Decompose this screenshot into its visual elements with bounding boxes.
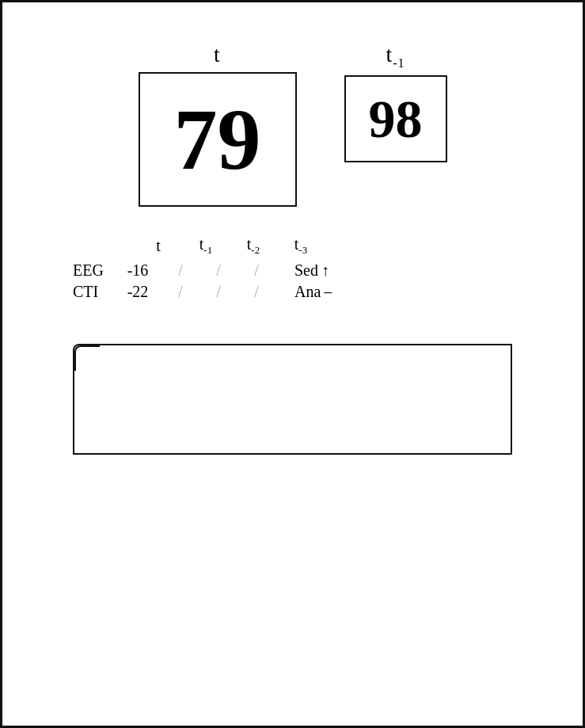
cti-t-value: -22 <box>114 283 161 301</box>
t-label: t <box>214 42 221 67</box>
bottom-box <box>73 344 512 455</box>
cti-status: Ana – <box>294 283 332 301</box>
cti-slash-1: / <box>161 283 199 301</box>
column-headers: t t-1 t-2 t-3 <box>135 235 325 257</box>
eeg-status-arrow: ↑ <box>321 261 329 280</box>
col-header-t: t <box>135 237 182 255</box>
main-frame: t 79 t-1 98 t t-1 t-2 t-3 EEG -16 / / / <box>0 0 585 728</box>
prev-value-block: t-1 98 <box>344 42 447 162</box>
eeg-label: EEG <box>73 261 114 280</box>
col-header-t2: t-2 <box>230 235 277 257</box>
eeg-status-label: Sed <box>294 261 318 280</box>
eeg-slash-2: / <box>199 261 237 280</box>
eeg-slash-3: / <box>237 261 275 280</box>
current-value-box: 79 <box>139 72 297 207</box>
cti-slash-2: / <box>199 283 237 301</box>
col-header-t1: t-1 <box>182 235 230 257</box>
t-minus1-label: t-1 <box>386 42 405 71</box>
prev-value: 98 <box>369 92 423 146</box>
eeg-row: EEG -16 / / / Sed ↑ <box>73 261 329 280</box>
prev-value-box: 98 <box>344 75 447 162</box>
eeg-slash-1: / <box>161 261 199 280</box>
eeg-status: Sed ↑ <box>294 261 329 280</box>
cti-status-dash: – <box>324 283 332 301</box>
middle-section: t t-1 t-2 t-3 EEG -16 / / / Sed ↑ CTI -2… <box>73 235 512 304</box>
cti-row: CTI -22 / / / Ana – <box>73 283 332 301</box>
cti-status-label: Ana <box>294 283 321 301</box>
cti-label: CTI <box>73 283 114 301</box>
cti-slash-3: / <box>237 283 275 301</box>
top-section: t 79 t-1 98 <box>34 42 551 207</box>
col-header-t3: t-3 <box>277 235 325 257</box>
current-value: 79 <box>174 96 261 183</box>
current-value-block: t 79 <box>139 42 297 207</box>
eeg-t-value: -16 <box>114 261 161 280</box>
